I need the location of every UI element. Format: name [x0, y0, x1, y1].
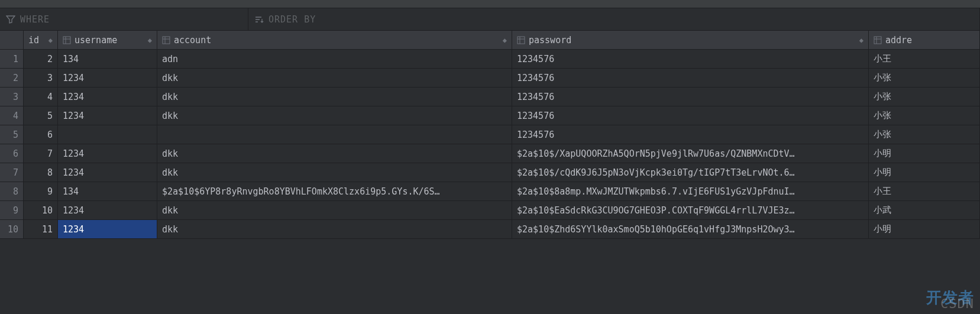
table-row[interactable]: 10111234dkk$2a$10$Zhd6SYYlk0axSmoQ5b10hO…	[0, 220, 980, 239]
header-id[interactable]: id ◆	[24, 31, 58, 49]
column-icon	[874, 36, 882, 44]
cell-addre[interactable]: 小王	[869, 182, 980, 200]
row-number[interactable]: 2	[0, 69, 24, 87]
cell-id[interactable]: 3	[24, 69, 58, 87]
cell-password[interactable]: $2a$10$EaSdcRkG3CU9OG7GHEO3P.COXTqF9WGGL…	[512, 201, 869, 219]
row-number[interactable]: 7	[0, 163, 24, 182]
cell-addre[interactable]: 小武	[869, 201, 980, 219]
cell-account[interactable]: dkk	[157, 88, 512, 106]
orderby-filter[interactable]: ORDER BY	[248, 8, 980, 30]
table-row[interactable]: 231234dkk1234576小张	[0, 69, 980, 88]
cell-username[interactable]: 1234	[58, 88, 157, 106]
cell-username[interactable]: 134	[58, 50, 157, 68]
row-number[interactable]: 3	[0, 88, 24, 106]
svg-rect-6	[518, 37, 525, 44]
table-row[interactable]: 561234576小张	[0, 125, 980, 144]
table-row[interactable]: 9101234dkk$2a$10$EaSdcRkG3CU9OG7GHEO3P.C…	[0, 201, 980, 220]
sort-icon	[254, 15, 264, 24]
row-number[interactable]: 4	[0, 106, 24, 125]
row-number[interactable]: 6	[0, 144, 24, 163]
svg-rect-3	[163, 37, 170, 44]
cell-id[interactable]: 9	[24, 182, 58, 200]
header-addre[interactable]: addre	[869, 31, 980, 49]
filter-bar: WHERE ORDER BY	[0, 8, 980, 31]
row-number[interactable]: 10	[0, 220, 24, 238]
header-password[interactable]: password ◆	[512, 31, 869, 49]
cell-account[interactable]: dkk	[157, 220, 512, 238]
cell-account[interactable]: dkk	[157, 69, 512, 87]
header-password-label: password	[529, 35, 571, 46]
table-row[interactable]: 89134$2a$10$6YP8r8yRnvgbRo8YBVhLFOmkX8Cl…	[0, 182, 980, 201]
where-filter[interactable]: WHERE	[0, 8, 248, 30]
orderby-label: ORDER BY	[269, 14, 316, 25]
cell-password[interactable]: 1234576	[512, 50, 869, 68]
header-account-label: account	[174, 35, 211, 46]
cell-username[interactable]: 134	[58, 182, 157, 200]
cell-password[interactable]: 1234576	[512, 88, 869, 106]
row-number[interactable]: 9	[0, 201, 24, 219]
cell-id[interactable]: 11	[24, 220, 58, 238]
cell-account[interactable]: $2a$10$6YP8r8yRnvgbRo8YBVhLFOmkX8Clzx6i9…	[157, 182, 512, 200]
cell-username[interactable]: 1234	[58, 106, 157, 125]
cell-account[interactable]: dkk	[157, 144, 512, 163]
cell-id[interactable]: 8	[24, 163, 58, 182]
cell-account[interactable]: dkk	[157, 106, 512, 125]
header-username[interactable]: username ◆	[58, 31, 157, 49]
cell-account[interactable]	[157, 125, 512, 144]
table-row[interactable]: 671234dkk$2a$10$/XapUQOORZhA5QOrN5pjVe9j…	[0, 144, 980, 163]
cell-account[interactable]: dkk	[157, 201, 512, 219]
cell-addre[interactable]: 小明	[869, 163, 980, 182]
sort-indicator-icon: ◆	[859, 36, 863, 44]
cell-addre[interactable]: 小张	[869, 69, 980, 87]
header-account[interactable]: account ◆	[157, 31, 512, 49]
header-rownum[interactable]	[0, 31, 24, 49]
where-label: WHERE	[20, 14, 50, 25]
cell-id[interactable]: 6	[24, 125, 58, 144]
table-header: id ◆ username ◆ account ◆ password ◆ add…	[0, 31, 980, 50]
cell-username[interactable]: 1234	[58, 220, 157, 238]
column-icon	[517, 36, 525, 44]
cell-username[interactable]: 1234	[58, 201, 157, 219]
cell-password[interactable]: $2a$10$Zhd6SYYlk0axSmoQ5b10hOpGE6q1vHfgJ…	[512, 220, 869, 238]
table-row[interactable]: 12134adn1234576小王	[0, 50, 980, 69]
cell-password[interactable]: 1234576	[512, 69, 869, 87]
cell-id[interactable]: 4	[24, 88, 58, 106]
cell-addre[interactable]: 小张	[869, 88, 980, 106]
svg-rect-9	[874, 37, 881, 44]
table-row[interactable]: 781234dkk$2a$10$/cQdK9J6J5pN3oVjKcpk3ei0…	[0, 163, 980, 182]
row-number[interactable]: 5	[0, 125, 24, 144]
cell-username[interactable]: 1234	[58, 144, 157, 163]
cell-addre[interactable]: 小张	[869, 106, 980, 125]
cell-password[interactable]: 1234576	[512, 106, 869, 125]
cell-account[interactable]: adn	[157, 50, 512, 68]
cell-addre[interactable]: 小张	[869, 125, 980, 144]
sort-indicator-icon: ◆	[48, 36, 53, 44]
row-number[interactable]: 1	[0, 50, 24, 68]
cell-addre[interactable]: 小明	[869, 144, 980, 163]
cell-addre[interactable]: 小王	[869, 50, 980, 68]
cell-account[interactable]: dkk	[157, 163, 512, 182]
svg-rect-0	[63, 37, 70, 44]
sort-indicator-icon: ◆	[503, 36, 507, 44]
cell-password[interactable]: $2a$10$8a8mp.MXwJMZUTWkpmbs6.7.vIjE6FUS1…	[512, 182, 869, 200]
header-addre-label: addre	[885, 35, 912, 46]
cell-password[interactable]: $2a$10$/cQdK9J6J5pN3oVjKcpk3ei0Tg/tIGP7t…	[512, 163, 869, 182]
cell-username[interactable]	[58, 125, 157, 144]
cell-username[interactable]: 1234	[58, 163, 157, 182]
cell-username[interactable]: 1234	[58, 69, 157, 87]
cell-id[interactable]: 2	[24, 50, 58, 68]
csdn-watermark: CSDN	[940, 296, 974, 311]
header-username-label: username	[75, 35, 117, 46]
cell-id[interactable]: 5	[24, 106, 58, 125]
data-table: id ◆ username ◆ account ◆ password ◆ add…	[0, 31, 980, 239]
cell-addre[interactable]: 小明	[869, 220, 980, 238]
table-row[interactable]: 451234dkk1234576小张	[0, 106, 980, 125]
cell-password[interactable]: $2a$10$/XapUQOORZhA5QOrN5pjVe9jlRw7U6as/…	[512, 144, 869, 163]
cell-id[interactable]: 10	[24, 201, 58, 219]
column-icon	[162, 36, 170, 44]
table-row[interactable]: 341234dkk1234576小张	[0, 88, 980, 106]
row-number[interactable]: 8	[0, 182, 24, 200]
cell-password[interactable]: 1234576	[512, 125, 869, 144]
cell-id[interactable]: 7	[24, 144, 58, 163]
sort-indicator-icon: ◆	[148, 36, 152, 44]
